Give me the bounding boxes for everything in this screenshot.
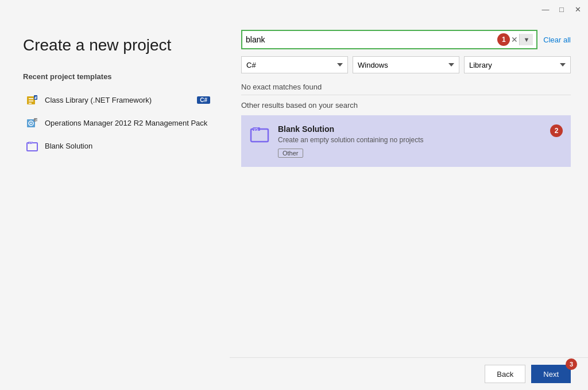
svg-rect-3: [29, 103, 32, 104]
clear-all-button[interactable]: Clear all: [543, 36, 571, 44]
svg-text:VS: VS: [29, 141, 33, 145]
template-item-operations[interactable]: ⚙ Operations Manager 2012 R2 Management …: [23, 112, 212, 135]
template-name-class-library: Class Library (.NET Framework): [45, 96, 152, 104]
search-clear-button[interactable]: ✕: [510, 34, 519, 45]
svg-rect-1: [29, 98, 33, 99]
language-filter[interactable]: C# All languages VB F# C++ JavaScript Ty…: [241, 56, 348, 73]
no-matches-text: No exact matches found: [241, 83, 571, 91]
result-title: Blank Solution: [278, 124, 542, 134]
svg-text:⚙: ⚙: [35, 118, 38, 122]
blank-solution-icon: VS: [25, 139, 39, 153]
divider: [241, 95, 571, 95]
search-dropdown-button[interactable]: ▼: [519, 34, 533, 45]
other-results-label: Other results based on your search: [241, 101, 571, 110]
blank-solution-result-icon: VS: [249, 124, 270, 145]
maximize-button[interactable]: □: [556, 3, 567, 15]
result-description: Create an empty solution containing no p…: [278, 136, 542, 144]
bottom-bar: Back Next 3: [230, 357, 588, 390]
result-badge: 2: [550, 124, 563, 137]
search-badge: 1: [497, 33, 510, 46]
search-box-wrapper: 1 ✕ ▼: [241, 30, 537, 49]
svg-rect-2: [29, 100, 33, 102]
template-badge-class-library: C#: [197, 96, 210, 104]
left-panel: Create a new project Recent project temp…: [0, 18, 230, 388]
template-name-blank-solution: Blank Solution: [45, 142, 92, 150]
right-panel: 1 ✕ ▼ Clear all C# All languages VB F# C…: [230, 18, 588, 388]
svg-text:VS: VS: [254, 127, 258, 132]
close-button[interactable]: ✕: [572, 3, 583, 15]
page-title: Create a new project: [23, 36, 212, 55]
template-item-class-library[interactable]: # Class Library (.NET Framework) C#: [23, 89, 212, 112]
result-item-blank-solution[interactable]: VS Blank Solution Create an empty soluti…: [241, 115, 571, 167]
operations-icon: ⚙: [25, 116, 39, 130]
filter-row: C# All languages VB F# C++ JavaScript Ty…: [241, 56, 571, 73]
svg-point-8: [30, 122, 32, 124]
minimize-button[interactable]: —: [540, 3, 551, 15]
title-bar: — □ ✕: [0, 0, 588, 18]
template-name-operations: Operations Manager 2012 R2 Management Pa…: [45, 119, 207, 127]
recent-templates-label: Recent project templates: [23, 72, 212, 81]
search-row: 1 ✕ ▼ Clear all: [241, 30, 571, 49]
back-button[interactable]: Back: [485, 365, 525, 383]
search-input[interactable]: [246, 35, 497, 44]
platform-filter[interactable]: Windows All platforms Linux macOS Androi…: [353, 56, 459, 73]
class-library-icon: #: [25, 93, 39, 107]
type-filter[interactable]: Library All project types Cloud Console …: [464, 56, 571, 73]
next-badge: 3: [566, 358, 577, 370]
main-content: Create a new project Recent project temp…: [0, 18, 588, 388]
results-list: VS Blank Solution Create an empty soluti…: [241, 115, 571, 345]
template-item-blank-solution[interactable]: VS Blank Solution: [23, 135, 212, 158]
template-list: # Class Library (.NET Framework) C# ⚙: [23, 89, 212, 158]
next-label: Next: [543, 370, 559, 379]
result-tag: Other: [278, 149, 303, 158]
next-button[interactable]: Next 3: [531, 365, 571, 383]
result-info: Blank Solution Create an empty solution …: [278, 124, 542, 158]
